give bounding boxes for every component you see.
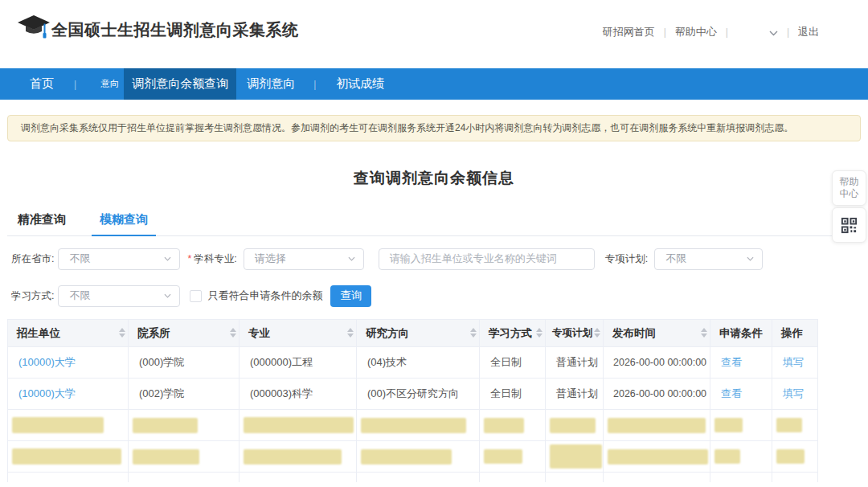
col-header-study[interactable]: 学习方式: [480, 320, 546, 347]
nav-item-balance-query[interactable]: 调剂意向余额查询: [124, 68, 236, 100]
table-row: (10000)大学 (000)学院 (000000)工程 (04)技术 全日制 …: [8, 347, 818, 379]
nav-item-initial-score[interactable]: 初试成绩: [324, 68, 396, 100]
table-row-redacted: [8, 410, 818, 441]
unit-link[interactable]: (10000)大学: [18, 356, 76, 368]
fill-link[interactable]: 填写: [783, 356, 804, 368]
search-button[interactable]: 查询: [330, 285, 371, 307]
view-condition-link[interactable]: 查看: [721, 387, 742, 399]
redacted-cell: [244, 449, 342, 464]
table-row: (10000)大学 (002)学院 (000003)科学 (00)不区分研究方向…: [8, 379, 818, 410]
redacted-cell: [484, 418, 524, 433]
view-condition-link[interactable]: 查看: [721, 356, 742, 368]
col-header-time[interactable]: 发布时间: [604, 320, 710, 347]
col-header-dept[interactable]: 院系所: [129, 320, 240, 347]
sort-icon[interactable]: [470, 328, 477, 338]
eligible-only-label: 只看符合申请条件的余额: [207, 289, 322, 303]
tab-precise-query[interactable]: 精准查询: [10, 205, 74, 235]
redacted-cell: [361, 418, 466, 433]
sort-icon[interactable]: [594, 328, 600, 338]
table-header-row: 招生单位 院系所 专业 研究方向 学习方式 专项计划 发布时间 申请条件 操作: [8, 320, 818, 347]
table-row: [8, 473, 818, 482]
col-header-condition: 申请条件: [710, 320, 772, 347]
redacted-cell: [714, 449, 740, 464]
redacted-cell: [133, 418, 198, 433]
nav-item-adjust-intention[interactable]: 调剂意向: [236, 68, 305, 100]
redacted-cell: [550, 444, 602, 469]
app-header: 全国硕士生招生调剂意向采集系统 研招网首页 | 帮助中心 | | 退出: [0, 0, 868, 68]
qr-code-button[interactable]: [832, 207, 866, 243]
study-mode-select[interactable]: 不限: [58, 285, 180, 307]
site-title: 全国硕士生招生调剂意向采集系统: [51, 19, 299, 41]
nav-divider: |: [74, 68, 76, 100]
page-title: 查询调剂意向余额信息: [7, 168, 861, 189]
query-tabs: 精准查询 模糊查询: [7, 205, 861, 236]
redacted-cell: [776, 449, 805, 464]
sort-icon[interactable]: [119, 328, 125, 338]
table-row-redacted: [8, 441, 818, 473]
col-header-major[interactable]: 专业: [240, 320, 357, 347]
notice-banner: 调剂意向采集系统仅用于招生单位提前掌握考生调剂意愿情况。参加调剂的考生可在调剂服…: [7, 115, 861, 141]
link-help-center[interactable]: 帮助中心: [675, 25, 717, 39]
redacted-cell: [12, 448, 121, 464]
redacted-cell: [776, 418, 802, 432]
unit-link[interactable]: (10000)大学: [18, 387, 76, 399]
nav-item-intention[interactable]: 意向: [100, 68, 124, 100]
main-nav: 首页 | 意向 调剂意向余额查询 调剂意向 | 初试成绩: [0, 68, 868, 100]
redacted-cell: [608, 449, 708, 464]
results-table: 招生单位 院系所 专业 研究方向 学习方式 专项计划 发布时间 申请条件 操作 …: [7, 319, 861, 482]
divider: |: [664, 27, 666, 38]
subject-label: *学科专业:: [187, 252, 236, 266]
eligible-only-checkbox[interactable]: [190, 290, 202, 302]
chevron-down-icon[interactable]: [769, 27, 778, 39]
province-label: 所在省市:: [7, 252, 54, 266]
logo-graduation-cap-icon: [17, 14, 51, 47]
redacted-cell: [484, 449, 522, 464]
col-header-action: 操作: [772, 320, 818, 347]
divider: |: [787, 27, 789, 38]
nav-item-home[interactable]: 首页: [18, 68, 66, 100]
sort-icon[interactable]: [701, 328, 707, 338]
header-links: 研招网首页 | 帮助中心 | | 退出: [603, 25, 819, 39]
study-mode-label: 学习方式:: [7, 289, 54, 303]
redacted-cell: [244, 417, 354, 433]
redacted-cell: [12, 417, 104, 433]
nav-divider: |: [313, 68, 316, 100]
divider: |: [726, 27, 728, 38]
qr-code-icon: [840, 216, 858, 235]
col-header-direction[interactable]: 研究方向: [357, 320, 480, 347]
tab-fuzzy-query[interactable]: 模糊查询: [92, 205, 156, 236]
redacted-cell: [608, 418, 706, 433]
col-header-unit[interactable]: 招生单位: [8, 320, 129, 347]
sort-icon[interactable]: [347, 328, 354, 338]
province-select[interactable]: 不限: [58, 248, 180, 270]
redacted-cell: [133, 449, 199, 464]
filter-form: 所在省市: 不限 *学科专业: 请选择 请输入招生单位或专业名称的关键词 专项计…: [7, 248, 861, 307]
link-logout[interactable]: 退出: [798, 25, 819, 39]
col-header-plan[interactable]: 专项计划: [546, 320, 604, 347]
plan-select[interactable]: 不限: [654, 248, 763, 270]
sort-icon[interactable]: [230, 328, 236, 338]
fill-link[interactable]: 填写: [783, 387, 804, 399]
sort-icon[interactable]: [536, 328, 542, 338]
redacted-cell: [714, 418, 743, 432]
keyword-input[interactable]: 请输入招生单位或专业名称的关键词: [379, 248, 595, 270]
redacted-cell: [550, 418, 596, 433]
subject-select[interactable]: 请选择: [244, 248, 364, 270]
help-center-float-button[interactable]: 帮助中心: [832, 170, 866, 206]
link-yanzhao-home[interactable]: 研招网首页: [603, 25, 655, 39]
redacted-cell: [361, 449, 452, 464]
plan-label: 专项计划:: [605, 252, 648, 266]
